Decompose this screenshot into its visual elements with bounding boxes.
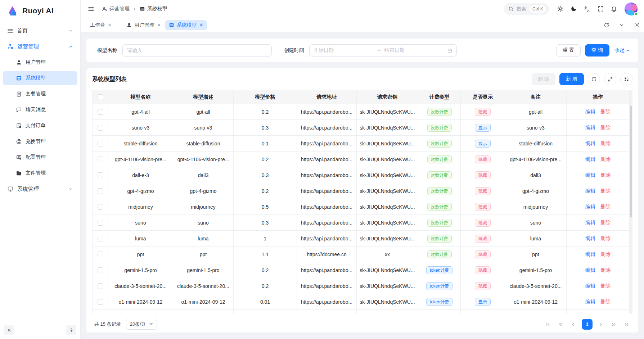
previous-page-button[interactable] [569,320,577,329]
delete-link[interactable]: 删除 [600,299,611,304]
delete-link[interactable]: 删除 [600,220,611,225]
tab-options-dropdown[interactable] [614,18,629,32]
edit-link[interactable]: 编辑 [585,188,595,194]
delete-link[interactable]: 删除 [600,204,611,209]
row-checkbox[interactable] [98,220,103,226]
table-scrollbar-thumb[interactable] [630,106,632,217]
brand-logo[interactable]: Ruoyi AI [0,0,80,21]
tab-system-model[interactable]: 系统模型 ✕ [165,20,207,30]
close-icon[interactable]: ✕ [157,23,161,27]
billing-type-tag: 次数计费 [427,124,452,132]
sidebar-item-label: 套餐管理 [26,91,73,97]
sidebar-collapse-button[interactable] [4,325,14,335]
close-icon[interactable]: ✕ [108,23,112,27]
back-five-pages-button[interactable] [557,320,565,329]
row-checkbox[interactable] [98,188,103,194]
table-fullscreen-button[interactable] [604,73,616,85]
row-checkbox[interactable] [98,109,103,115]
sidebar-item-package-management[interactable]: 套餐管理 [3,87,77,101]
dark-mode-toggle[interactable] [568,3,579,14]
close-icon[interactable]: ✕ [199,23,203,27]
cell-remark: ppt [505,247,567,262]
forward-five-pages-button[interactable] [609,320,618,329]
sidebar-menu: 首页 运营管理 [0,21,80,321]
delete-link[interactable]: 删除 [600,267,611,273]
tab-workbench[interactable]: 工作台 ✕ [86,20,115,30]
delete-link[interactable]: 删除 [600,283,611,289]
edit-link[interactable]: 编辑 [585,299,595,304]
select-all-checkbox[interactable] [98,94,103,100]
row-checkbox[interactable] [98,204,103,210]
delete-link[interactable]: 删除 [600,109,611,114]
edit-link[interactable]: 编辑 [585,251,595,257]
content-fullscreen-button[interactable] [629,18,644,32]
edit-link[interactable]: 编辑 [585,204,595,209]
first-page-button[interactable] [544,320,552,329]
sidebar-item-exchange-management[interactable]: 兑换管理 [3,134,77,149]
breadcrumb-operations[interactable]: 运营管理 [102,6,130,12]
row-checkbox[interactable] [98,172,103,178]
tab-user-management[interactable]: 用户管理 ✕ [123,20,165,30]
edit-link[interactable]: 编辑 [585,156,595,162]
notifications-button[interactable] [608,3,620,14]
model-name-input[interactable] [122,44,272,56]
sidebar-item-chat-messages[interactable]: 聊天消息 [3,103,77,117]
row-checkbox[interactable] [98,283,103,289]
sidebar-item-operations[interactable]: 运营管理 [3,39,77,54]
sidebar-item-system-management[interactable]: 系统管理 [3,182,77,196]
last-page-button[interactable] [622,320,630,329]
topbar: 运营管理 系统模型 搜索 Ctrl K [81,0,644,18]
delete-selected-button[interactable]: 删 除 [532,73,555,85]
add-button[interactable]: 新 增 [559,73,584,85]
reset-button[interactable]: 重 置 [556,44,581,56]
delete-link[interactable]: 删除 [600,235,611,241]
collapse-menu-button[interactable] [86,4,96,14]
row-checkbox[interactable] [98,125,103,131]
sidebar-item-label: 支付订单 [26,122,73,129]
sidebar-item-home[interactable]: 首页 [3,23,77,38]
refresh-table-button[interactable] [588,73,600,85]
config-gear-icon [16,154,22,161]
global-search[interactable]: 搜索 Ctrl K [504,3,549,15]
delete-link[interactable]: 删除 [600,172,611,178]
sidebar-item-system-model[interactable]: 系统模型 [3,71,77,85]
sidebar-item-config-management[interactable]: 配置管理 [3,150,77,164]
column-settings-button[interactable] [620,73,632,85]
sidebar-item-payment-orders[interactable]: 支付订单 [3,118,77,133]
row-checkbox[interactable] [98,141,103,146]
create-time-range-picker[interactable]: 开始日期 结束日期 [309,44,457,56]
sidebar-item-file-management[interactable]: 文件管理 [3,166,77,180]
row-checkbox[interactable] [98,252,103,257]
fullscreen-button[interactable] [595,3,606,14]
sidebar-item-user-management[interactable]: 用户管理 [3,55,77,69]
search-button[interactable]: 查 询 [585,44,609,56]
pin-sidebar-button[interactable] [66,325,76,335]
user-avatar[interactable] [625,3,638,15]
edit-link[interactable]: 编辑 [585,267,595,273]
current-page-button[interactable]: 1 [582,319,593,330]
row-checkbox[interactable] [98,267,103,273]
edit-link[interactable]: 编辑 [585,125,595,130]
delete-link[interactable]: 删除 [600,251,611,257]
delete-link[interactable]: 删除 [600,188,611,194]
edit-link[interactable]: 编辑 [585,283,595,289]
language-toggle[interactable]: 文 A [581,3,593,15]
edit-link[interactable]: 编辑 [585,220,595,225]
edit-link[interactable]: 编辑 [585,235,595,241]
settings-button[interactable] [555,3,566,14]
cell-model-desc: gemini-1.5-pro [173,262,234,278]
delete-link[interactable]: 删除 [600,156,611,162]
page-size-select[interactable]: 20条/页 [126,319,157,330]
breadcrumb-system-model[interactable]: 系统模型 [140,6,167,12]
edit-link[interactable]: 编辑 [585,140,595,146]
refresh-page-button[interactable] [599,18,614,32]
row-checkbox[interactable] [98,157,103,162]
delete-link[interactable]: 删除 [600,140,611,146]
row-checkbox[interactable] [98,299,103,305]
collapse-filter-link[interactable]: 收起 [614,47,630,54]
edit-link[interactable]: 编辑 [585,109,595,114]
row-checkbox[interactable] [98,236,103,241]
edit-link[interactable]: 编辑 [585,172,595,178]
delete-link[interactable]: 删除 [600,125,611,130]
next-page-button[interactable] [597,320,605,329]
